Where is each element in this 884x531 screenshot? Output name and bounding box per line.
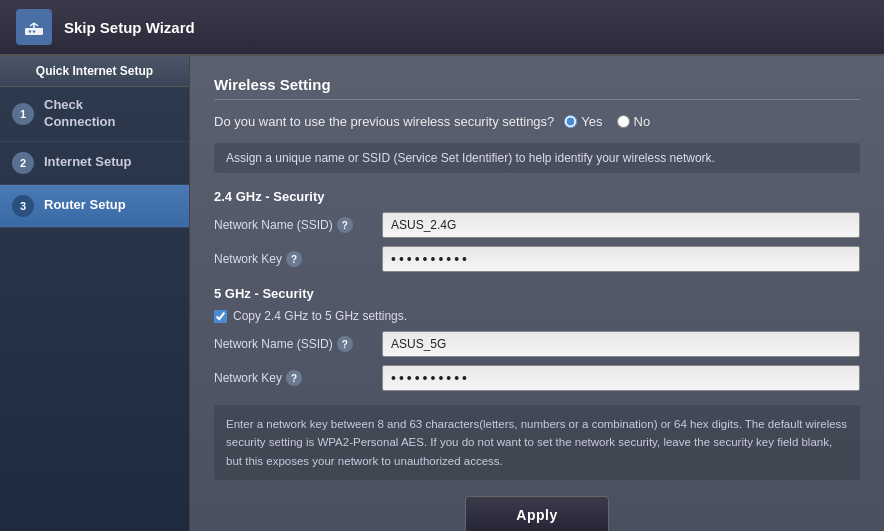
band-5-title: 5 GHz - Security [214,286,860,301]
network-key-24-label: Network Key ? [214,251,374,267]
sidebar-item-router-setup[interactable]: 3 Router Setup [0,185,189,228]
step-num-1: 1 [12,103,34,125]
apply-button[interactable]: Apply [465,496,608,531]
network-key-5-row: Network Key ? [214,365,860,391]
note-text: Enter a network key between 8 and 63 cha… [214,405,860,480]
network-name-5-input[interactable] [382,331,860,357]
copy-label: Copy 2.4 GHz to 5 GHz settings. [233,309,407,323]
network-name-5-label: Network Name (SSID) ? [214,336,374,352]
network-key-5-input[interactable] [382,365,860,391]
instruction-text: Assign a unique name or SSID (Service Se… [214,143,860,173]
sidebar: Quick Internet Setup 1 CheckConnection 2… [0,56,190,531]
main-layout: Quick Internet Setup 1 CheckConnection 2… [0,56,884,531]
copy-checkbox[interactable] [214,310,227,323]
network-name-24-input[interactable] [382,212,860,238]
sidebar-item-label-router: Router Setup [44,197,126,214]
network-key-24-input[interactable] [382,246,860,272]
network-name-24-help-icon[interactable]: ? [337,217,353,233]
network-name-24-row: Network Name (SSID) ? [214,212,860,238]
network-key-5-help-icon[interactable]: ? [286,370,302,386]
top-bar: Skip Setup Wizard [0,0,884,56]
previous-settings-question: Do you want to use the previous wireless… [214,114,860,129]
sidebar-section-title: Quick Internet Setup [0,56,189,87]
band-24-section: 2.4 GHz - Security Network Name (SSID) ?… [214,189,860,272]
network-name-24-label: Network Name (SSID) ? [214,217,374,233]
band-24-title: 2.4 GHz - Security [214,189,860,204]
wireless-setting-title: Wireless Setting [214,76,860,100]
network-key-5-label: Network Key ? [214,370,374,386]
yes-no-radio-group: Yes No [564,114,650,129]
svg-point-1 [29,30,31,32]
svg-point-2 [33,30,35,32]
step-num-3: 3 [12,195,34,217]
content-area: Wireless Setting Do you want to use the … [190,56,884,531]
no-option[interactable]: No [617,114,651,129]
network-name-5-row: Network Name (SSID) ? [214,331,860,357]
band-5-section: 5 GHz - Security Copy 2.4 GHz to 5 GHz s… [214,286,860,391]
no-label: No [634,114,651,129]
question-text: Do you want to use the previous wireless… [214,114,554,129]
router-icon [16,9,52,45]
sidebar-item-label-internet: Internet Setup [44,154,131,171]
no-radio[interactable] [617,115,630,128]
sidebar-item-label-check: CheckConnection [44,97,116,131]
page-title: Skip Setup Wizard [64,19,195,36]
yes-option[interactable]: Yes [564,114,602,129]
apply-row: Apply [214,496,860,531]
yes-label: Yes [581,114,602,129]
sidebar-item-internet-setup[interactable]: 2 Internet Setup [0,142,189,185]
network-name-5-help-icon[interactable]: ? [337,336,353,352]
sidebar-item-check-connection[interactable]: 1 CheckConnection [0,87,189,142]
network-key-24-row: Network Key ? [214,246,860,272]
network-key-24-help-icon[interactable]: ? [286,251,302,267]
copy-checkbox-row: Copy 2.4 GHz to 5 GHz settings. [214,309,860,323]
yes-radio[interactable] [564,115,577,128]
step-num-2: 2 [12,152,34,174]
